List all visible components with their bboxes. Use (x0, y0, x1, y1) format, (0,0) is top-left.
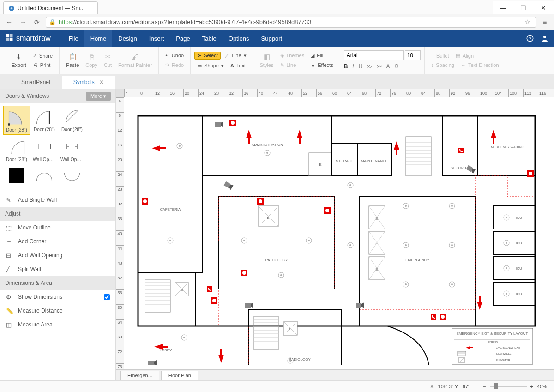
svg-text:RADIOLOGY: RADIOLOGY (289, 357, 311, 362)
menu-home[interactable]: Home (84, 30, 113, 47)
paste-button[interactable]: 📋Paste (63, 51, 82, 70)
font-size-input[interactable] (405, 50, 421, 60)
floor-plan[interactable]: E ADMINISTRATION E STORAGE MAINTENANCE S… (129, 107, 544, 365)
format-painter-button[interactable]: 🖌Format Painter (115, 51, 155, 70)
ruler-vertical: 48121620242832364044485256606468727680 (116, 97, 124, 369)
line-style-button[interactable]: ✎Line (277, 61, 307, 69)
symbol-double-door[interactable] (31, 165, 58, 186)
sheet-tab-emergency[interactable]: Emergen... (120, 371, 159, 380)
app-logo[interactable]: smartdraw (5, 33, 51, 43)
spacing-button[interactable]: ↕Spacing (428, 61, 457, 69)
line-tool[interactable]: ／Line ▾ (222, 51, 249, 60)
superscript-button[interactable]: x² (377, 63, 381, 70)
effects-button[interactable]: ★Effects (308, 61, 336, 69)
symbol-wall-opening[interactable]: Wall Opening (31, 136, 58, 164)
svg-rect-1 (6, 34, 9, 37)
menu-insert[interactable]: Insert (143, 30, 170, 47)
symbol-door[interactable]: Door (28") (3, 136, 30, 164)
browser-tab[interactable]: Untitled Document — Sm... (3, 1, 98, 14)
measure-distance[interactable]: 📏Measure Distance (0, 304, 115, 318)
svg-text:?: ? (529, 36, 531, 41)
symbol-door[interactable]: Door (28") (3, 106, 30, 135)
cut-button[interactable]: ✂Cut (101, 51, 114, 70)
address-bar: ← → ⟳ 🔒 https://cloud.smartdraw.com/edit… (0, 14, 554, 30)
omega-button[interactable]: Ω (394, 63, 398, 70)
line-icon: ／ (224, 52, 229, 59)
text-direction-button[interactable]: ↔Text Direction (458, 61, 502, 69)
add-single-wall[interactable]: ✎Add Single Wall (0, 193, 115, 207)
underline-button[interactable]: U (359, 63, 363, 70)
bold-button[interactable]: B (344, 63, 348, 70)
menu-support[interactable]: Support (255, 30, 289, 47)
drawing-canvas[interactable]: E ADMINISTRATION E STORAGE MAINTENANCE S… (124, 97, 554, 369)
more-button[interactable]: More ▾ (86, 92, 111, 101)
svg-rect-12 (9, 168, 24, 183)
font-color-button[interactable]: A (386, 63, 390, 70)
zoom-in-button[interactable]: + (530, 384, 533, 389)
svg-rect-2 (10, 34, 13, 37)
text-tool[interactable]: AText (228, 62, 248, 69)
user-icon[interactable] (541, 34, 549, 42)
share-button[interactable]: ↗Share (30, 52, 55, 60)
close-tab-icon[interactable]: ✕ (99, 79, 104, 85)
sheet-tab-floorplan[interactable]: Floor Plan (161, 371, 198, 380)
menu-table[interactable]: Table (196, 30, 223, 47)
undo-button[interactable]: ↶Undo (163, 52, 187, 60)
add-corner[interactable]: ＋Add Corner (0, 235, 115, 248)
zoom-slider[interactable] (490, 386, 527, 387)
show-dimensions-checkbox[interactable] (104, 294, 110, 300)
svg-rect-58 (145, 280, 170, 312)
svg-text:EMERGENCY EXIT: EMERGENCY EXIT (496, 346, 521, 349)
svg-text:E: E (319, 163, 321, 167)
reload-button[interactable]: ⟳ (32, 17, 42, 27)
menu-options[interactable]: Options (223, 30, 255, 47)
browser-menu-button[interactable]: ≡ (540, 17, 550, 27)
symbol-solid[interactable] (3, 165, 30, 186)
symbol-double-door-out[interactable] (59, 165, 85, 186)
styles-button[interactable]: ◧Styles (257, 51, 277, 70)
symbol-door[interactable]: Door (28") (31, 106, 58, 135)
svg-text:ADMINISTRATION: ADMINISTRATION (252, 143, 283, 147)
tab-symbols[interactable]: Symbols✕ (62, 76, 115, 89)
symbol-wall-opening[interactable]: Wall Openi... (59, 136, 85, 164)
symbol-door[interactable]: Door (28") (59, 106, 85, 135)
themes-icon: ◈ (280, 53, 284, 59)
panel-tabs: SmartPanel Symbols✕ (0, 74, 554, 89)
solid-icon (6, 167, 27, 184)
menu-file[interactable]: File (63, 30, 84, 47)
menu-design[interactable]: Design (112, 30, 143, 47)
back-button[interactable]: ← (4, 17, 14, 27)
menu-page[interactable]: Page (170, 30, 196, 47)
print-button[interactable]: 🖨Print (30, 61, 55, 69)
minimize-button[interactable]: — (493, 1, 513, 14)
add-wall-opening[interactable]: ⊟Add Wall Opening (0, 248, 115, 262)
font-family-input[interactable] (344, 50, 404, 60)
close-window-button[interactable]: ✕ (533, 1, 554, 14)
italic-button[interactable]: I (352, 63, 354, 70)
share-icon: ↗ (33, 53, 37, 59)
export-button[interactable]: ⬇Export (9, 51, 29, 70)
svg-rect-62 (253, 317, 279, 349)
copy-button[interactable]: ⎘Copy (83, 51, 100, 70)
bookmark-icon[interactable]: ☆ (523, 17, 533, 27)
help-icon[interactable]: ? (526, 34, 534, 42)
themes-button[interactable]: ◈Themes (277, 52, 307, 60)
area-icon: ◫ (6, 321, 13, 328)
forward-button[interactable]: → (18, 17, 28, 27)
align-button[interactable]: ▤Align (453, 52, 476, 60)
bullet-button[interactable]: ≡Bullet (428, 52, 452, 60)
measure-area[interactable]: ◫Measure Area (0, 318, 115, 332)
select-tool[interactable]: ➤Select (194, 52, 221, 60)
subscript-button[interactable]: x₂ (367, 63, 372, 70)
fill-button[interactable]: ◢Fill (308, 52, 336, 60)
tab-smartpanel[interactable]: SmartPanel (10, 76, 62, 89)
redo-button[interactable]: ↷Redo (163, 61, 187, 69)
move-outline[interactable]: ⬚Move Outline (0, 221, 115, 235)
split-wall[interactable]: ╱Split Wall (0, 262, 115, 276)
maximize-button[interactable]: ☐ (513, 1, 533, 14)
shape-tool[interactable]: ▭Shape ▾ (194, 62, 227, 70)
zoom-out-button[interactable]: − (483, 384, 486, 389)
app-header: smartdraw File Home Design Insert Page T… (0, 30, 554, 47)
show-dimensions[interactable]: ⚙Show Dimensions (0, 290, 115, 304)
url-field[interactable]: 🔒 https://cloud.smartdraw.com/editor.asp… (46, 17, 536, 28)
